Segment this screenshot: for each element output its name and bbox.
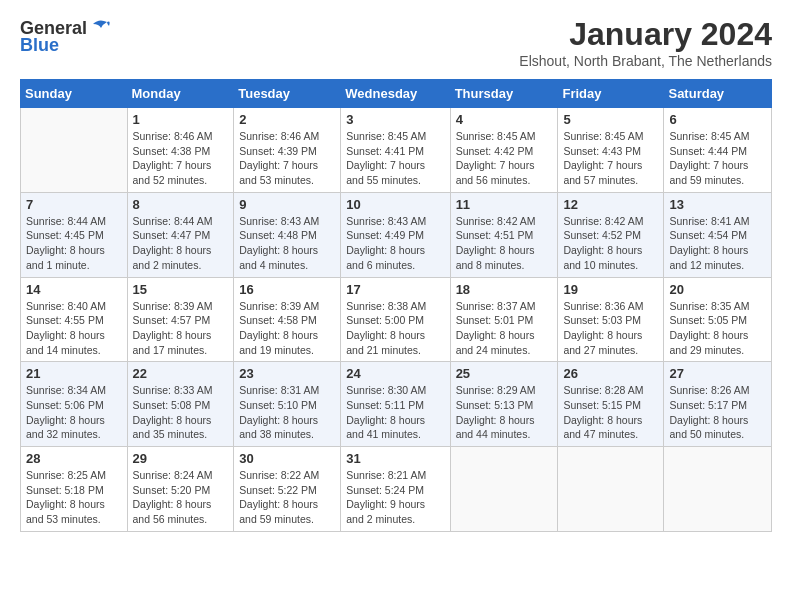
- day-detail: Sunrise: 8:40 AMSunset: 4:55 PMDaylight:…: [26, 299, 122, 358]
- day-detail: Sunrise: 8:43 AMSunset: 4:49 PMDaylight:…: [346, 214, 444, 273]
- day-number: 22: [133, 366, 229, 381]
- day-number: 26: [563, 366, 658, 381]
- day-number: 18: [456, 282, 553, 297]
- day-number: 2: [239, 112, 335, 127]
- calendar-cell: 1 Sunrise: 8:46 AMSunset: 4:38 PMDayligh…: [127, 108, 234, 193]
- calendar-cell: 4 Sunrise: 8:45 AMSunset: 4:42 PMDayligh…: [450, 108, 558, 193]
- week-row-5: 28 Sunrise: 8:25 AMSunset: 5:18 PMDaylig…: [21, 447, 772, 532]
- day-detail: Sunrise: 8:46 AMSunset: 4:39 PMDaylight:…: [239, 129, 335, 188]
- header-friday: Friday: [558, 80, 664, 108]
- day-number: 24: [346, 366, 444, 381]
- day-number: 21: [26, 366, 122, 381]
- day-detail: Sunrise: 8:45 AMSunset: 4:44 PMDaylight:…: [669, 129, 766, 188]
- week-row-4: 21 Sunrise: 8:34 AMSunset: 5:06 PMDaylig…: [21, 362, 772, 447]
- calendar-cell: 9 Sunrise: 8:43 AMSunset: 4:48 PMDayligh…: [234, 192, 341, 277]
- day-number: 19: [563, 282, 658, 297]
- header: General Blue January 2024 Elshout, North…: [20, 16, 772, 69]
- calendar-cell: 11 Sunrise: 8:42 AMSunset: 4:51 PMDaylig…: [450, 192, 558, 277]
- day-detail: Sunrise: 8:30 AMSunset: 5:11 PMDaylight:…: [346, 383, 444, 442]
- header-monday: Monday: [127, 80, 234, 108]
- calendar-header-row: Sunday Monday Tuesday Wednesday Thursday…: [21, 80, 772, 108]
- logo: General Blue: [20, 16, 111, 54]
- day-detail: Sunrise: 8:29 AMSunset: 5:13 PMDaylight:…: [456, 383, 553, 442]
- calendar-cell: 12 Sunrise: 8:42 AMSunset: 4:52 PMDaylig…: [558, 192, 664, 277]
- calendar-table: Sunday Monday Tuesday Wednesday Thursday…: [20, 79, 772, 532]
- day-number: 16: [239, 282, 335, 297]
- week-row-1: 1 Sunrise: 8:46 AMSunset: 4:38 PMDayligh…: [21, 108, 772, 193]
- day-detail: Sunrise: 8:45 AMSunset: 4:42 PMDaylight:…: [456, 129, 553, 188]
- day-number: 8: [133, 197, 229, 212]
- day-number: 27: [669, 366, 766, 381]
- logo-blue-text: Blue: [20, 36, 59, 54]
- calendar-cell: 29 Sunrise: 8:24 AMSunset: 5:20 PMDaylig…: [127, 447, 234, 532]
- calendar-cell: 2 Sunrise: 8:46 AMSunset: 4:39 PMDayligh…: [234, 108, 341, 193]
- day-number: 9: [239, 197, 335, 212]
- calendar-cell: 16 Sunrise: 8:39 AMSunset: 4:58 PMDaylig…: [234, 277, 341, 362]
- calendar-cell: 23 Sunrise: 8:31 AMSunset: 5:10 PMDaylig…: [234, 362, 341, 447]
- day-detail: Sunrise: 8:39 AMSunset: 4:58 PMDaylight:…: [239, 299, 335, 358]
- day-number: 30: [239, 451, 335, 466]
- day-number: 13: [669, 197, 766, 212]
- calendar-cell: 10 Sunrise: 8:43 AMSunset: 4:49 PMDaylig…: [341, 192, 450, 277]
- day-number: 5: [563, 112, 658, 127]
- day-detail: Sunrise: 8:42 AMSunset: 4:51 PMDaylight:…: [456, 214, 553, 273]
- header-saturday: Saturday: [664, 80, 772, 108]
- calendar-cell: 8 Sunrise: 8:44 AMSunset: 4:47 PMDayligh…: [127, 192, 234, 277]
- calendar-cell: [558, 447, 664, 532]
- header-sunday: Sunday: [21, 80, 128, 108]
- day-number: 28: [26, 451, 122, 466]
- calendar-cell: 24 Sunrise: 8:30 AMSunset: 5:11 PMDaylig…: [341, 362, 450, 447]
- calendar-cell: 21 Sunrise: 8:34 AMSunset: 5:06 PMDaylig…: [21, 362, 128, 447]
- day-detail: Sunrise: 8:45 AMSunset: 4:43 PMDaylight:…: [563, 129, 658, 188]
- calendar-cell: 31 Sunrise: 8:21 AMSunset: 5:24 PMDaylig…: [341, 447, 450, 532]
- day-detail: Sunrise: 8:36 AMSunset: 5:03 PMDaylight:…: [563, 299, 658, 358]
- day-detail: Sunrise: 8:34 AMSunset: 5:06 PMDaylight:…: [26, 383, 122, 442]
- day-detail: Sunrise: 8:26 AMSunset: 5:17 PMDaylight:…: [669, 383, 766, 442]
- day-detail: Sunrise: 8:37 AMSunset: 5:01 PMDaylight:…: [456, 299, 553, 358]
- header-thursday: Thursday: [450, 80, 558, 108]
- header-wednesday: Wednesday: [341, 80, 450, 108]
- day-detail: Sunrise: 8:38 AMSunset: 5:00 PMDaylight:…: [346, 299, 444, 358]
- day-number: 20: [669, 282, 766, 297]
- header-tuesday: Tuesday: [234, 80, 341, 108]
- calendar-cell: 27 Sunrise: 8:26 AMSunset: 5:17 PMDaylig…: [664, 362, 772, 447]
- day-detail: Sunrise: 8:33 AMSunset: 5:08 PMDaylight:…: [133, 383, 229, 442]
- calendar-cell: [21, 108, 128, 193]
- calendar-cell: 13 Sunrise: 8:41 AMSunset: 4:54 PMDaylig…: [664, 192, 772, 277]
- day-detail: Sunrise: 8:28 AMSunset: 5:15 PMDaylight:…: [563, 383, 658, 442]
- week-row-2: 7 Sunrise: 8:44 AMSunset: 4:45 PMDayligh…: [21, 192, 772, 277]
- day-number: 31: [346, 451, 444, 466]
- day-detail: Sunrise: 8:21 AMSunset: 5:24 PMDaylight:…: [346, 468, 444, 527]
- location-subtitle: Elshout, North Brabant, The Netherlands: [519, 53, 772, 69]
- calendar-cell: 19 Sunrise: 8:36 AMSunset: 5:03 PMDaylig…: [558, 277, 664, 362]
- calendar-cell: 30 Sunrise: 8:22 AMSunset: 5:22 PMDaylig…: [234, 447, 341, 532]
- day-detail: Sunrise: 8:44 AMSunset: 4:45 PMDaylight:…: [26, 214, 122, 273]
- calendar-cell: 26 Sunrise: 8:28 AMSunset: 5:15 PMDaylig…: [558, 362, 664, 447]
- day-number: 4: [456, 112, 553, 127]
- day-number: 25: [456, 366, 553, 381]
- calendar-cell: 18 Sunrise: 8:37 AMSunset: 5:01 PMDaylig…: [450, 277, 558, 362]
- day-detail: Sunrise: 8:43 AMSunset: 4:48 PMDaylight:…: [239, 214, 335, 273]
- week-row-3: 14 Sunrise: 8:40 AMSunset: 4:55 PMDaylig…: [21, 277, 772, 362]
- day-detail: Sunrise: 8:24 AMSunset: 5:20 PMDaylight:…: [133, 468, 229, 527]
- calendar-cell: 5 Sunrise: 8:45 AMSunset: 4:43 PMDayligh…: [558, 108, 664, 193]
- day-number: 1: [133, 112, 229, 127]
- calendar-cell: 25 Sunrise: 8:29 AMSunset: 5:13 PMDaylig…: [450, 362, 558, 447]
- logo-bird-icon: [89, 16, 111, 36]
- calendar-cell: 20 Sunrise: 8:35 AMSunset: 5:05 PMDaylig…: [664, 277, 772, 362]
- day-detail: Sunrise: 8:39 AMSunset: 4:57 PMDaylight:…: [133, 299, 229, 358]
- day-number: 12: [563, 197, 658, 212]
- day-number: 15: [133, 282, 229, 297]
- day-detail: Sunrise: 8:35 AMSunset: 5:05 PMDaylight:…: [669, 299, 766, 358]
- day-detail: Sunrise: 8:45 AMSunset: 4:41 PMDaylight:…: [346, 129, 444, 188]
- day-number: 29: [133, 451, 229, 466]
- day-number: 7: [26, 197, 122, 212]
- day-number: 17: [346, 282, 444, 297]
- day-number: 11: [456, 197, 553, 212]
- month-title: January 2024: [519, 16, 772, 53]
- day-detail: Sunrise: 8:42 AMSunset: 4:52 PMDaylight:…: [563, 214, 658, 273]
- calendar-cell: [664, 447, 772, 532]
- calendar-cell: 7 Sunrise: 8:44 AMSunset: 4:45 PMDayligh…: [21, 192, 128, 277]
- day-number: 6: [669, 112, 766, 127]
- calendar-cell: 6 Sunrise: 8:45 AMSunset: 4:44 PMDayligh…: [664, 108, 772, 193]
